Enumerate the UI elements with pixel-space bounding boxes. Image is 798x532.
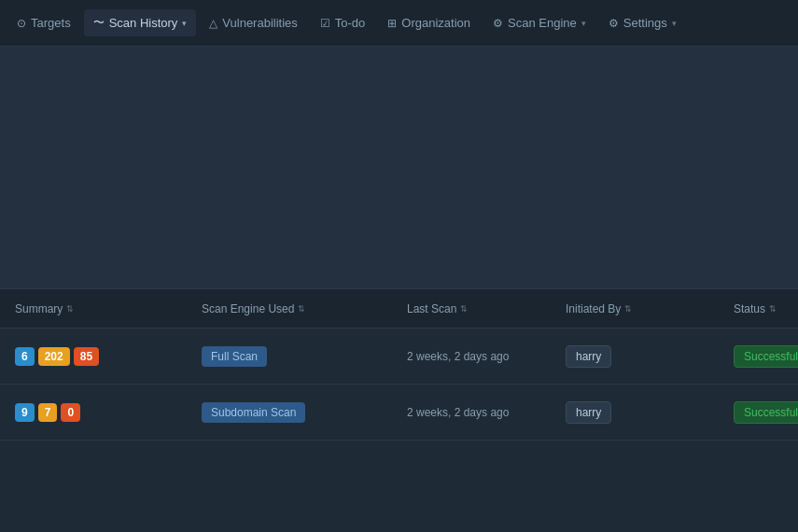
nav-scan-engine[interactable]: ⚙ Scan Engine ▾	[483, 10, 595, 35]
td-status-row2: Successful	[719, 401, 798, 424]
nav-todo-label: To-do	[335, 16, 366, 30]
nav-scan-engine-label: Scan Engine	[508, 16, 577, 30]
td-lastscan-row2: 2 weeks, 2 days ago	[392, 406, 551, 419]
todo-icon: ☑	[320, 17, 330, 30]
settings-icon: ⚙	[609, 17, 619, 30]
th-last-scan: Last Scan ⇅	[392, 302, 551, 315]
nav-targets[interactable]: ⊙ Targets	[7, 10, 80, 35]
engine-tag-row2: Subdomain Scan	[202, 402, 305, 423]
nav-settings[interactable]: ⚙ Settings ▾	[599, 10, 686, 35]
status-badge-row2: Successful	[734, 401, 798, 424]
nav-vulnerabilities[interactable]: △ Vulnerabilities	[200, 10, 306, 35]
nav-organization-label: Organization	[401, 16, 470, 30]
sort-initiatedby-icon[interactable]: ⇅	[624, 304, 632, 314]
badge-critical-row1: 6	[15, 347, 35, 366]
nav-scan-history-label: Scan History	[109, 16, 178, 30]
td-summary-row2: 9 7 0	[0, 403, 187, 422]
organization-icon: ⊞	[387, 17, 397, 30]
targets-icon: ⊙	[17, 17, 26, 30]
scan-history-table: Summary ⇅ Scan Engine Used ⇅ Last Scan ⇅…	[0, 289, 798, 532]
th-summary: Summary ⇅	[0, 302, 187, 315]
settings-chevron-icon: ▾	[672, 19, 677, 28]
badge-group-row2: 9 7 0	[15, 403, 80, 422]
initiator-row1: harry	[566, 345, 611, 368]
scan-history-icon: 〜	[93, 15, 105, 31]
nav-vulnerabilities-label: Vulnerabilities	[222, 16, 297, 30]
sort-summary-icon[interactable]: ⇅	[66, 304, 74, 314]
sort-engine-icon[interactable]: ⇅	[298, 304, 305, 314]
sort-lastscan-icon[interactable]: ⇅	[460, 304, 468, 314]
table-row[interactable]: 9 7 0 Subdomain Scan 2 weeks, 2 days ago…	[0, 385, 798, 441]
main-content: Summary ⇅ Scan Engine Used ⇅ Last Scan ⇅…	[0, 47, 798, 532]
nav-todo[interactable]: ☑ To-do	[311, 10, 375, 35]
badge-medium-row2: 0	[61, 403, 80, 422]
th-status: Status ⇅	[719, 302, 798, 315]
time-row2: 2 weeks, 2 days ago	[407, 406, 509, 419]
td-engine-row1: Full Scan	[187, 346, 392, 367]
scan-history-chevron-icon: ▾	[182, 19, 187, 28]
td-engine-row2: Subdomain Scan	[187, 402, 392, 423]
engine-tag-row1: Full Scan	[202, 346, 267, 367]
td-initiated-row1: harry	[551, 345, 719, 368]
badge-critical-row2: 9	[15, 403, 35, 422]
badge-high-row1: 202	[38, 347, 70, 366]
scan-engine-icon: ⚙	[493, 17, 503, 30]
nav-scan-history[interactable]: 〜 Scan History ▾	[84, 9, 197, 36]
td-initiated-row2: harry	[551, 401, 719, 424]
nav-targets-label: Targets	[31, 16, 71, 30]
initiator-row2: harry	[566, 401, 611, 424]
badge-high-row2: 7	[38, 403, 58, 422]
nav-settings-label: Settings	[623, 16, 667, 30]
status-badge-row1: Successful	[734, 345, 798, 368]
badge-medium-row1: 85	[74, 347, 99, 366]
th-scan-engine-used: Scan Engine Used ⇅	[187, 302, 392, 315]
td-lastscan-row1: 2 weeks, 2 days ago	[392, 350, 551, 363]
time-row1: 2 weeks, 2 days ago	[407, 350, 509, 363]
td-summary-row1: 6 202 85	[0, 347, 187, 366]
sort-status-icon[interactable]: ⇅	[769, 304, 777, 314]
table-row[interactable]: 6 202 85 Full Scan 2 weeks, 2 days ago h…	[0, 329, 798, 385]
badge-group-row1: 6 202 85	[15, 347, 99, 366]
scan-engine-chevron-icon: ▾	[581, 19, 586, 28]
top-navigation: ⊙ Targets 〜 Scan History ▾ △ Vulnerabili…	[0, 0, 798, 47]
banner-area	[0, 47, 798, 289]
vulnerabilities-icon: △	[209, 17, 217, 30]
nav-organization[interactable]: ⊞ Organization	[378, 10, 480, 35]
th-initiated-by: Initiated By ⇅	[551, 302, 719, 315]
td-status-row1: Successful	[719, 345, 798, 368]
table-header: Summary ⇅ Scan Engine Used ⇅ Last Scan ⇅…	[0, 289, 798, 329]
